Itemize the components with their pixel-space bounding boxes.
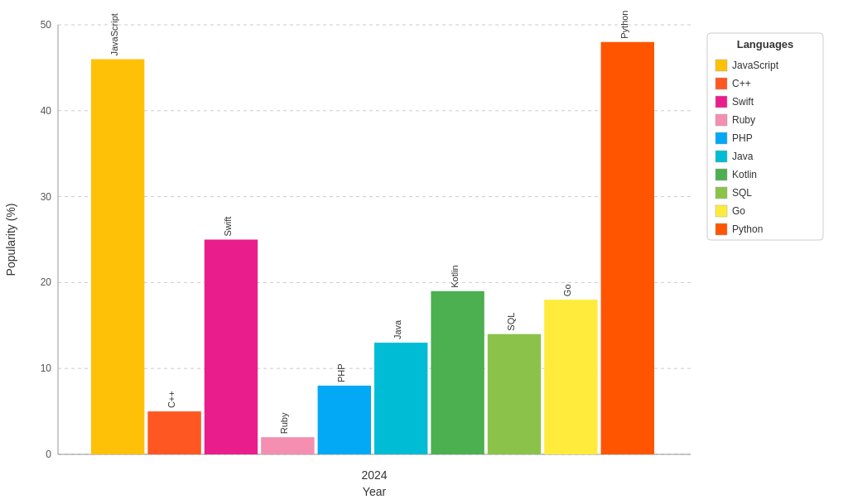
svg-rect-52 (716, 169, 727, 180)
svg-rect-33 (601, 42, 654, 454)
svg-rect-15 (91, 60, 144, 454)
svg-text:Go: Go (732, 205, 745, 217)
svg-rect-29 (488, 334, 541, 454)
svg-rect-25 (374, 343, 427, 454)
svg-rect-23 (318, 386, 371, 454)
svg-text:40: 40 (41, 105, 52, 117)
svg-text:SQL: SQL (506, 313, 516, 331)
svg-text:Java: Java (393, 319, 402, 339)
svg-text:Ruby: Ruby (732, 114, 755, 126)
svg-text:JavaScript: JavaScript (732, 60, 779, 71)
svg-text:PHP: PHP (336, 363, 346, 382)
svg-text:SQL: SQL (732, 187, 752, 199)
svg-rect-19 (205, 240, 258, 455)
svg-text:10: 10 (41, 362, 52, 374)
svg-text:20: 20 (41, 276, 52, 288)
svg-text:C++: C++ (732, 78, 751, 89)
svg-rect-58 (716, 223, 727, 235)
svg-rect-48 (716, 132, 727, 144)
svg-text:50: 50 (41, 19, 52, 31)
svg-text:PHP: PHP (732, 132, 753, 144)
svg-rect-42 (716, 78, 727, 89)
svg-text:Swift: Swift (732, 96, 754, 108)
svg-rect-17 (147, 411, 200, 454)
svg-rect-54 (716, 187, 727, 199)
svg-rect-56 (716, 205, 727, 217)
bar-chart: 01020304050JavaScriptC++SwiftRubyPHPJava… (0, 0, 848, 504)
svg-text:0: 0 (46, 449, 51, 460)
svg-text:2024: 2024 (361, 468, 387, 482)
svg-rect-31 (544, 300, 597, 454)
svg-text:Kotlin: Kotlin (732, 169, 757, 180)
svg-text:Kotlin: Kotlin (450, 265, 460, 288)
svg-text:JavaScript: JavaScript (109, 13, 119, 55)
chart-container: 01020304050JavaScriptC++SwiftRubyPHPJava… (0, 0, 848, 504)
svg-text:30: 30 (41, 191, 52, 203)
svg-text:Python: Python (732, 223, 763, 235)
svg-text:Swift: Swift (223, 217, 233, 237)
svg-rect-21 (261, 437, 314, 454)
svg-text:C++: C++ (166, 391, 176, 408)
svg-text:Popularity (%): Popularity (%) (4, 204, 17, 276)
svg-rect-50 (716, 151, 727, 162)
svg-text:Java: Java (732, 151, 754, 162)
svg-text:Ruby: Ruby (279, 412, 289, 434)
svg-text:Languages: Languages (737, 38, 794, 50)
svg-text:Year: Year (363, 485, 387, 498)
svg-rect-27 (431, 291, 484, 454)
svg-rect-40 (716, 60, 727, 71)
svg-rect-44 (716, 96, 727, 108)
svg-text:Go: Go (562, 284, 572, 296)
svg-text:Python: Python (619, 11, 629, 39)
svg-rect-46 (716, 114, 727, 126)
